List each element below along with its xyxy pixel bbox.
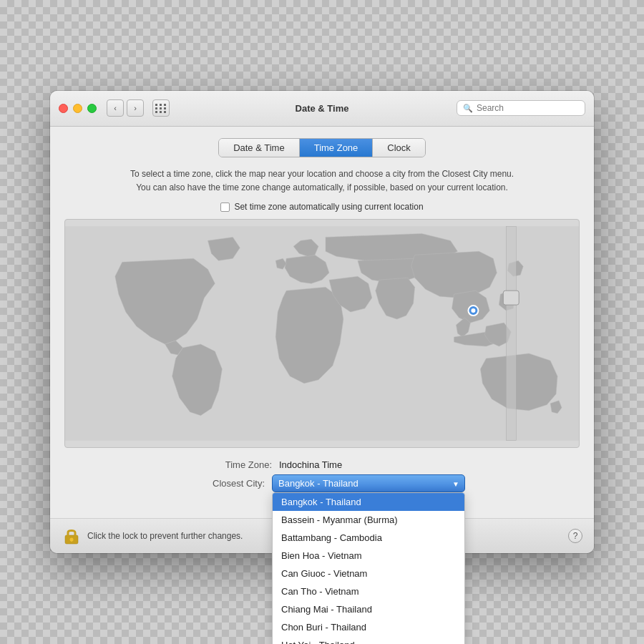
tab-date-time[interactable]: Date & Time [219, 139, 300, 157]
grid-icon [155, 104, 167, 113]
dropdown-item-bangkok[interactable]: Bangkok - Thailand [273, 493, 464, 511]
back-icon: ‹ [114, 104, 117, 112]
back-button[interactable]: ‹ [107, 99, 124, 117]
timezone-row: Time Zone: Indochina Time [64, 459, 580, 470]
tab-clock[interactable]: Clock [373, 139, 425, 157]
svg-point-2 [471, 308, 475, 313]
main-window: ‹ › Date & Time 🔍 Date & Time Time Zone [50, 91, 594, 553]
content-area: Date & Time Time Zone Clock To select a … [50, 127, 594, 518]
auto-timezone-label: Set time zone automatically using curren… [234, 202, 423, 212]
svg-rect-7 [71, 540, 72, 542]
close-button[interactable] [59, 104, 68, 113]
forward-icon: › [134, 104, 137, 112]
lock-icon[interactable] [62, 526, 82, 546]
description-line1: To select a time zone, click the map nea… [64, 167, 580, 181]
city-dropdown-list: Bangkok - Thailand Bassein - Myanmar (Bu… [272, 492, 465, 644]
bottom-info: Time Zone: Indochina Time Closest City: … [64, 459, 580, 492]
auto-timezone-row: Set time zone automatically using curren… [64, 202, 580, 212]
dropdown-item-bien-hoa[interactable]: Bien Hoa - Vietnam [273, 547, 464, 565]
description-text: To select a time zone, click the map nea… [64, 167, 580, 195]
dropdown-item-bassein[interactable]: Bassein - Myanmar (Burma) [273, 511, 464, 529]
search-box[interactable]: 🔍 [457, 100, 585, 116]
tab-time-zone[interactable]: Time Zone [300, 139, 374, 157]
forward-button[interactable]: › [127, 99, 144, 117]
timezone-label: Time Zone: [186, 459, 272, 470]
dropdown-item-can-tho[interactable]: Can Tho - Vietnam [273, 582, 464, 600]
dropdown-item-can-giuoc[interactable]: Can Giuoc - Vietnam [273, 565, 464, 582]
help-button[interactable]: ? [568, 529, 582, 543]
tabs-container: Date & Time Time Zone Clock [64, 138, 580, 157]
titlebar: ‹ › Date & Time 🔍 [50, 91, 594, 127]
auto-timezone-checkbox[interactable] [220, 203, 230, 212]
dropdown-item-hat-yai[interactable]: Hat Yai - Thailand [273, 636, 464, 644]
dropdown-item-battambang[interactable]: Battambang - Cambodia [273, 529, 464, 547]
minimize-button[interactable] [73, 104, 82, 113]
city-select-wrapper: Bangkok - Thailand ▼ Bangkok - Thailand … [272, 474, 465, 492]
nav-buttons: ‹ › [107, 99, 144, 117]
dropdown-item-chon-buri[interactable]: Chon Buri - Thailand [273, 618, 464, 636]
traffic-lights [59, 104, 97, 113]
svg-rect-3 [506, 227, 516, 441]
maximize-button[interactable] [87, 104, 97, 113]
description-line2: You can also have the time zone change a… [64, 181, 580, 195]
search-icon: 🔍 [463, 104, 473, 113]
svg-rect-4 [503, 291, 519, 305]
closest-city-label: Closest City: [179, 478, 265, 489]
timezone-value: Indochina Time [279, 459, 458, 470]
grid-button[interactable] [152, 99, 170, 117]
city-select[interactable]: Bangkok - Thailand [272, 474, 465, 492]
tab-group: Date & Time Time Zone Clock [218, 138, 426, 157]
world-map-svg [65, 220, 579, 447]
window-title: Date & Time [296, 103, 349, 114]
closest-city-row: Closest City: Bangkok - Thailand ▼ Bangk… [64, 474, 580, 492]
dropdown-item-chiang-mai[interactable]: Chiang Mai - Thailand [273, 600, 464, 618]
world-map-container[interactable] [64, 219, 580, 448]
search-input[interactable] [477, 103, 579, 113]
